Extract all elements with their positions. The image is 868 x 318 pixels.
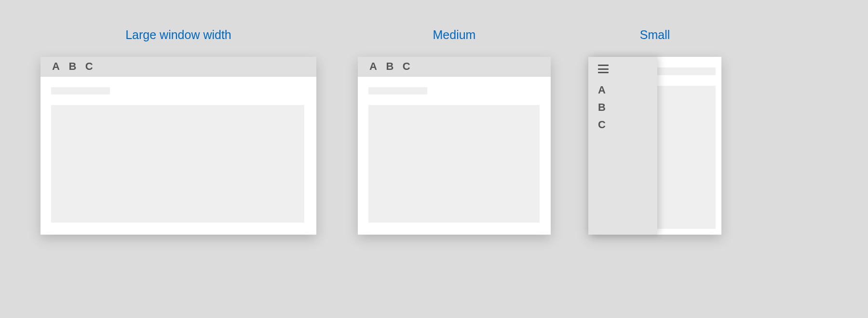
diagram-stage: Large window width Medium Small A B C A … [0,0,868,318]
window-large: A B C [41,57,316,235]
placeholder-body [368,105,540,223]
window-medium: A B C [358,57,551,235]
hamburger-icon[interactable] [598,65,609,73]
tab-a[interactable]: A [369,60,377,73]
tab-b[interactable]: B [386,60,393,73]
caption-medium: Medium [358,28,551,42]
drawer-item-c[interactable]: C [598,119,657,131]
window-small: A B C [588,57,721,235]
nav-drawer: A B C [588,57,657,235]
tab-b[interactable]: B [68,60,76,73]
content-area [41,77,316,223]
caption-large: Large window width [41,28,316,42]
drawer-item-a[interactable]: A [598,84,657,96]
tab-strip: A B C [41,57,316,77]
placeholder-heading [368,87,427,94]
placeholder-body [51,105,304,223]
content-area [358,77,551,223]
placeholder-heading [51,87,110,94]
tab-c[interactable]: C [85,60,93,73]
tab-strip: A B C [358,57,551,77]
drawer-item-b[interactable]: B [598,101,657,114]
tab-a[interactable]: A [52,60,60,73]
caption-small: Small [588,28,721,42]
tab-c[interactable]: C [403,60,410,73]
